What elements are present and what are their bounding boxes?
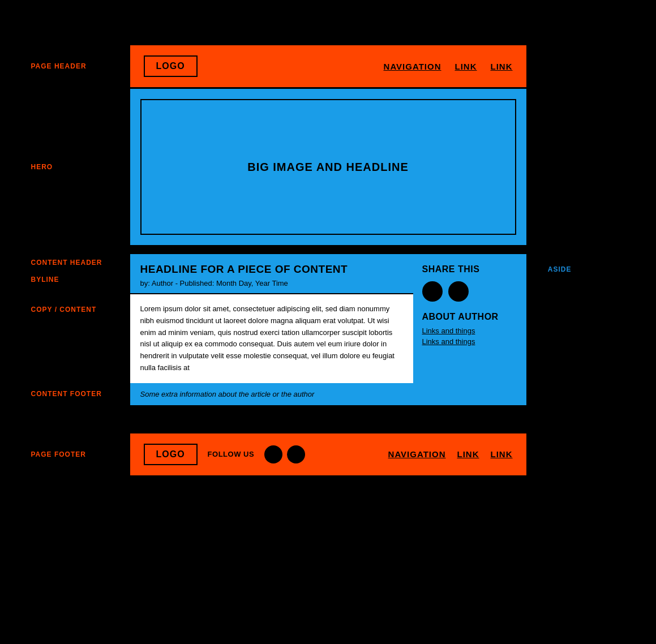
aside-block: Aside Share This About Author Links and …: [413, 254, 526, 405]
footer-logo: LOGO: [144, 444, 198, 465]
aside-link-1[interactable]: Links and things: [422, 327, 517, 335]
share-title: Share This: [422, 264, 517, 274]
social-icon-2[interactable]: [448, 281, 469, 302]
page-header: Page Header LOGO Navigation Link Link: [130, 45, 526, 87]
aside-link-2[interactable]: Links and things: [422, 337, 517, 346]
header-logo: LOGO: [144, 55, 198, 77]
hero-text: Big Image and Headline: [247, 161, 409, 174]
content-headline: Headline for a Piece of Content: [140, 263, 403, 276]
copy-text: Lorem ipsum dolor sit amet, consectetuer…: [140, 303, 403, 374]
content-header-label: Content Header: [31, 259, 102, 267]
nav-link-navigation[interactable]: Navigation: [384, 62, 441, 71]
social-icon-1[interactable]: [422, 281, 443, 302]
copy-label: Copy / Content: [31, 306, 97, 314]
about-author-title: About Author: [422, 312, 517, 322]
content-footer-label: Content Footer: [31, 390, 102, 398]
byline-text: by: Author - Published: Month Day, Year …: [140, 279, 403, 287]
copy-block: Copy / Content Lorem ipsum dolor sit ame…: [130, 294, 413, 383]
page-footer-label: Page Footer: [31, 450, 86, 458]
footer-left: LOGO Follow Us: [144, 444, 306, 465]
content-footer-block: Content Footer Some extra information ab…: [130, 383, 413, 405]
footer-nav-link-1[interactable]: Link: [457, 449, 479, 459]
footer-social-icon-1[interactable]: [264, 445, 282, 463]
footer-nav: Navigation Link Link: [388, 449, 513, 459]
nav-link-1[interactable]: Link: [455, 62, 477, 71]
footer-social: [264, 445, 305, 463]
page-header-label: Page Header: [31, 62, 87, 70]
content-footer-text: Some extra information about the article…: [140, 390, 403, 398]
hero-inner: Big Image and Headline: [140, 99, 516, 235]
header-nav: Navigation Link Link: [384, 62, 513, 71]
footer-social-icon-2[interactable]: [287, 445, 305, 463]
footer-nav-navigation[interactable]: Navigation: [388, 449, 446, 459]
nav-link-2[interactable]: Link: [491, 62, 513, 71]
footer-nav-link-2[interactable]: Link: [491, 449, 513, 459]
aside-label: Aside: [548, 265, 572, 273]
page-footer: Page Footer LOGO Follow Us Navigation Li…: [130, 433, 526, 475]
main-content: Content Header Byline Headline for a Pie…: [130, 254, 413, 405]
follow-us-label: Follow Us: [208, 450, 255, 458]
hero-label: Hero: [31, 163, 53, 171]
hero-section: Hero Big Image and Headline: [130, 89, 526, 245]
content-aside-wrapper: Content Header Byline Headline for a Pie…: [130, 254, 526, 405]
content-header-block: Content Header Byline Headline for a Pie…: [130, 254, 413, 294]
social-icons: [422, 281, 517, 302]
byline-label: Byline: [31, 276, 59, 284]
